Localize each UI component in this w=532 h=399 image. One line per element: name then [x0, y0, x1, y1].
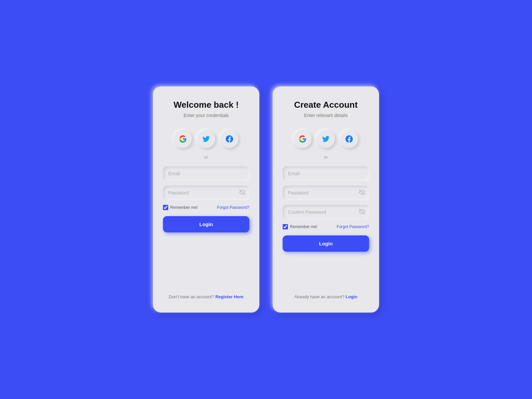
login-submit-button[interactable]: Login — [163, 216, 249, 232]
register-social-buttons — [294, 130, 358, 148]
register-remember-left: Remember me! — [283, 224, 318, 229]
login-remember-checkbox[interactable] — [163, 205, 168, 210]
login-remember-row: Remember me! Forgot Password? — [163, 205, 249, 210]
register-confirm-password-wrapper — [283, 205, 369, 219]
google-login-button[interactable] — [174, 130, 192, 148]
facebook-register-button[interactable] — [340, 130, 358, 148]
register-or-text: or — [324, 155, 328, 160]
register-title: Create Account — [294, 100, 357, 110]
login-or-text: or — [204, 155, 208, 160]
login-password-wrapper — [163, 186, 249, 200]
register-remember-row: Remember me! Forgot Password? — [283, 224, 369, 229]
register-login-link[interactable]: Login — [345, 294, 357, 299]
register-password-input[interactable] — [283, 186, 369, 200]
register-email-input[interactable] — [283, 166, 369, 181]
twitter-register-button[interactable] — [317, 130, 335, 148]
twitter-login-button[interactable] — [197, 130, 215, 148]
login-register-link[interactable]: Register Here — [215, 294, 244, 299]
register-card: Create Account Enter relevant details or — [273, 86, 379, 313]
facebook-login-button[interactable] — [220, 130, 238, 148]
register-remember-checkbox[interactable] — [283, 224, 288, 229]
register-confirm-password-input[interactable] — [283, 205, 369, 219]
register-submit-button[interactable]: Login — [283, 235, 369, 252]
register-remember-label: Remember me! — [290, 224, 318, 229]
login-remember-left: Remember me! — [163, 205, 198, 210]
login-card: Welcome back ! Enter your credentials or — [153, 86, 259, 313]
register-bottom-text: Already have an account? Login — [294, 288, 357, 299]
login-password-input[interactable] — [163, 186, 249, 200]
google-register-button[interactable] — [294, 130, 312, 148]
login-forgot-link[interactable]: Forgot Password? — [217, 205, 249, 210]
register-confirm-password-toggle-icon[interactable] — [359, 208, 365, 216]
register-password-wrapper — [283, 186, 369, 200]
login-subtitle: Enter your credentials — [184, 113, 229, 118]
register-password-toggle-icon[interactable] — [359, 189, 365, 197]
login-remember-label: Remember me! — [170, 205, 198, 210]
login-title: Welcome back ! — [174, 100, 239, 110]
login-bottom-text: Don't have an account? Register Here — [169, 288, 243, 299]
register-subtitle: Enter relevant details — [304, 113, 348, 118]
login-email-input[interactable] — [163, 166, 249, 181]
login-password-toggle-icon[interactable] — [239, 189, 245, 197]
login-social-buttons — [174, 130, 238, 148]
register-forgot-link[interactable]: Forgot Password? — [337, 224, 369, 229]
